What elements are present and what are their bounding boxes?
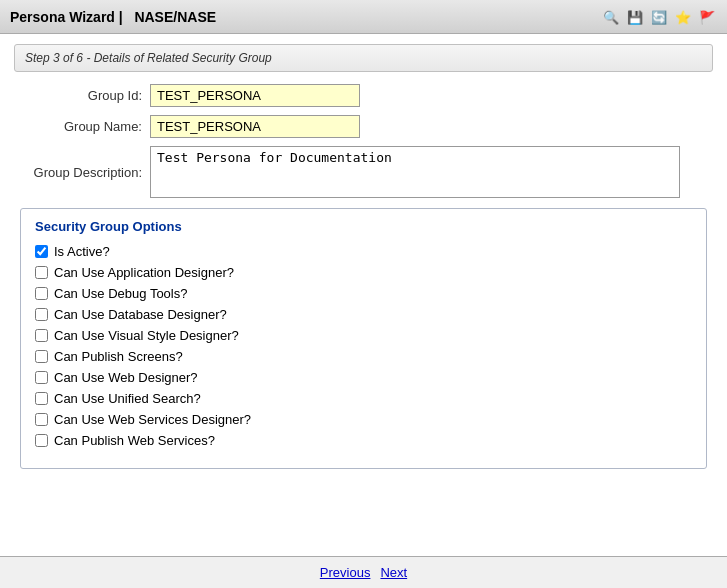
wizard-title: Persona Wizard — [10, 9, 115, 25]
checkbox-8[interactable] — [35, 413, 48, 426]
checkbox-row: Can Publish Screens? — [35, 349, 692, 364]
checkbox-4[interactable] — [35, 329, 48, 342]
checkbox-label-1: Can Use Application Designer? — [54, 265, 234, 280]
save-icon[interactable] — [625, 7, 645, 27]
checkbox-label-5: Can Publish Screens? — [54, 349, 183, 364]
toolbar-icons — [601, 7, 717, 27]
header: Persona Wizard | NASE/NASE — [0, 0, 727, 34]
checkbox-row: Can Use Unified Search? — [35, 391, 692, 406]
checkbox-row: Can Use Application Designer? — [35, 265, 692, 280]
header-context: NASE/NASE — [134, 9, 216, 25]
checkbox-label-2: Can Use Debug Tools? — [54, 286, 187, 301]
next-link[interactable]: Next — [380, 565, 407, 580]
group-desc-row: Group Description: Test Persona for Docu… — [20, 146, 707, 198]
checkbox-row: Can Use Web Services Designer? — [35, 412, 692, 427]
group-desc-label: Group Description: — [20, 165, 150, 180]
checkbox-label-9: Can Publish Web Services? — [54, 433, 215, 448]
checkbox-row: Can Use Visual Style Designer? — [35, 328, 692, 343]
checkbox-label-6: Can Use Web Designer? — [54, 370, 198, 385]
checkboxes-container: Is Active?Can Use Application Designer?C… — [35, 244, 692, 448]
group-name-input[interactable] — [150, 115, 360, 138]
checkbox-row: Can Use Web Designer? — [35, 370, 692, 385]
group-name-row: Group Name: — [20, 115, 707, 138]
checkbox-row: Can Use Database Designer? — [35, 307, 692, 322]
checkbox-6[interactable] — [35, 371, 48, 384]
header-title: Persona Wizard | NASE/NASE — [10, 9, 216, 25]
checkbox-label-8: Can Use Web Services Designer? — [54, 412, 251, 427]
previous-link[interactable]: Previous — [320, 565, 371, 580]
checkbox-2[interactable] — [35, 287, 48, 300]
group-id-input[interactable] — [150, 84, 360, 107]
step-bar: Step 3 of 6 - Details of Related Securit… — [14, 44, 713, 72]
checkbox-5[interactable] — [35, 350, 48, 363]
group-id-row: Group Id: — [20, 84, 707, 107]
main-content: Group Id: Group Name: Group Description:… — [0, 80, 727, 479]
group-name-label: Group Name: — [20, 119, 150, 134]
checkbox-label-4: Can Use Visual Style Designer? — [54, 328, 239, 343]
flag-icon[interactable] — [697, 7, 717, 27]
checkbox-9[interactable] — [35, 434, 48, 447]
binoculars-icon[interactable] — [601, 7, 621, 27]
star-icon[interactable] — [673, 7, 693, 27]
refresh-icon[interactable] — [649, 7, 669, 27]
header-separator: | — [119, 9, 131, 25]
security-group-panel: Security Group Options Is Active?Can Use… — [20, 208, 707, 469]
checkbox-3[interactable] — [35, 308, 48, 321]
checkbox-row: Is Active? — [35, 244, 692, 259]
checkbox-label-3: Can Use Database Designer? — [54, 307, 227, 322]
checkbox-row: Can Use Debug Tools? — [35, 286, 692, 301]
checkbox-7[interactable] — [35, 392, 48, 405]
footer: Previous Next — [0, 556, 727, 588]
checkbox-1[interactable] — [35, 266, 48, 279]
checkbox-row: Can Publish Web Services? — [35, 433, 692, 448]
group-id-label: Group Id: — [20, 88, 150, 103]
checkbox-label-7: Can Use Unified Search? — [54, 391, 201, 406]
group-desc-textarea[interactable]: Test Persona for Documentation — [150, 146, 680, 198]
checkbox-0[interactable] — [35, 245, 48, 258]
security-panel-title: Security Group Options — [35, 219, 692, 234]
checkbox-label-0: Is Active? — [54, 244, 110, 259]
step-label: Step 3 of 6 - Details of Related Securit… — [25, 51, 272, 65]
